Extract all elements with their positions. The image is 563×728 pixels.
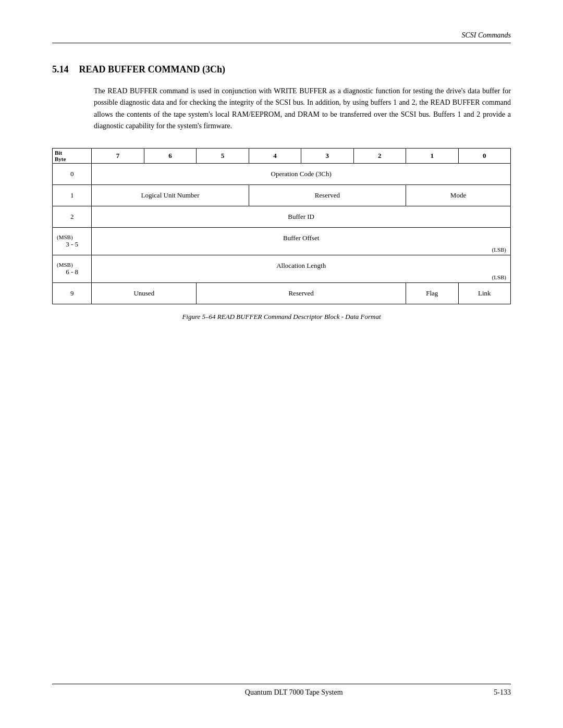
reserved-cell-9: Reserved	[197, 282, 406, 304]
header-title: SCSI Commands	[461, 31, 511, 40]
flag-cell: Flag	[406, 282, 458, 304]
bit-3-header: 3	[301, 148, 353, 163]
section-number: 5.14	[52, 64, 69, 75]
buffer-offset-cell: Buffer Offset (LSB)	[92, 227, 511, 255]
body-text: The READ BUFFER command is used in conju…	[94, 85, 511, 132]
byte-1-label: 1	[53, 184, 92, 206]
unused-cell: Unused	[92, 282, 197, 304]
lun-cell: Logical Unit Number	[92, 184, 249, 206]
byte-0-label: 0	[53, 163, 92, 184]
bit-2-header: 2	[353, 148, 406, 163]
bit-6-header: 6	[144, 148, 196, 163]
footer-center-text: Quantum DLT 7000 Tape System	[94, 688, 494, 697]
byte-3-5-label: (MSB) 3 - 5	[53, 227, 92, 255]
bit-byte-header-cell: Bit Byte	[53, 148, 92, 163]
bit-1-header: 1	[406, 148, 458, 163]
command-table: Bit Byte 7 6 5 4 3 2 1 0 0 Operation	[52, 148, 511, 304]
bit-0-header: 0	[458, 148, 511, 163]
figure-caption: Figure 5–64 READ BUFFER Command Descript…	[52, 313, 511, 321]
table-row-byte6-8: (MSB) 6 - 8 Allocation Length (LSB)	[53, 255, 511, 282]
descriptor-block-table: Bit Byte 7 6 5 4 3 2 1 0 0 Operation	[52, 148, 511, 304]
bit-4-header: 4	[249, 148, 301, 163]
bit-5-header: 5	[197, 148, 249, 163]
byte-2-label: 2	[53, 206, 92, 227]
table-row-byte3-5: (MSB) 3 - 5 Buffer Offset (LSB)	[53, 227, 511, 255]
reserved-cell-1: Reserved	[249, 184, 406, 206]
section-heading: 5.14 READ BUFFER COMMAND (3Ch)	[52, 64, 511, 75]
byte-6-8-label: (MSB) 6 - 8	[53, 255, 92, 282]
table-row-byte0: 0 Operation Code (3Ch)	[53, 163, 511, 184]
footer-page-number: 5-133	[494, 688, 511, 697]
page-header: SCSI Commands	[52, 31, 511, 43]
table-row-byte1: 1 Logical Unit Number Reserved Mode	[53, 184, 511, 206]
table-header-row: Bit Byte 7 6 5 4 3 2 1 0	[53, 148, 511, 163]
buffer-id-cell: Buffer ID	[92, 206, 511, 227]
link-cell: Link	[458, 282, 511, 304]
page-footer: Quantum DLT 7000 Tape System 5-133	[52, 684, 511, 697]
operation-code-cell: Operation Code (3Ch)	[92, 163, 511, 184]
byte-9-label: 9	[53, 282, 92, 304]
mode-cell: Mode	[406, 184, 511, 206]
table-row-byte9: 9 Unused Reserved Flag Link	[53, 282, 511, 304]
bit-7-header: 7	[92, 148, 144, 163]
table-row-byte2: 2 Buffer ID	[53, 206, 511, 227]
section-title: READ BUFFER COMMAND (3Ch)	[79, 64, 225, 75]
allocation-length-cell: Allocation Length (LSB)	[92, 255, 511, 282]
